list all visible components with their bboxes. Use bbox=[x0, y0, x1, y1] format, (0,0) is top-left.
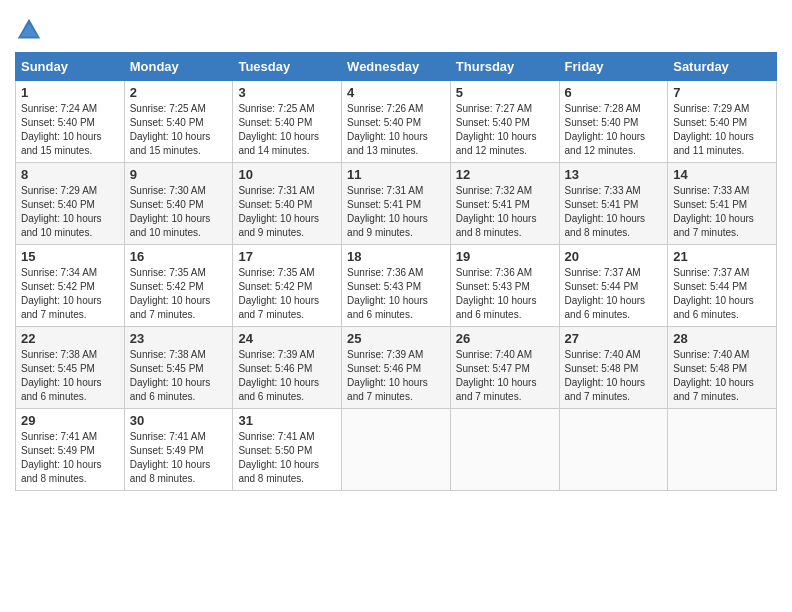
day-info: Sunrise: 7:34 AMSunset: 5:42 PMDaylight:… bbox=[21, 267, 102, 320]
day-number: 24 bbox=[238, 331, 336, 346]
day-number: 17 bbox=[238, 249, 336, 264]
calendar-day-cell: 30 Sunrise: 7:41 AMSunset: 5:49 PMDaylig… bbox=[124, 409, 233, 491]
calendar-week-row: 8 Sunrise: 7:29 AMSunset: 5:40 PMDayligh… bbox=[16, 163, 777, 245]
day-number: 29 bbox=[21, 413, 119, 428]
calendar-day-cell: 3 Sunrise: 7:25 AMSunset: 5:40 PMDayligh… bbox=[233, 81, 342, 163]
col-header-friday: Friday bbox=[559, 53, 668, 81]
day-info: Sunrise: 7:36 AMSunset: 5:43 PMDaylight:… bbox=[347, 267, 428, 320]
day-number: 4 bbox=[347, 85, 445, 100]
day-number: 5 bbox=[456, 85, 554, 100]
calendar-day-cell: 9 Sunrise: 7:30 AMSunset: 5:40 PMDayligh… bbox=[124, 163, 233, 245]
day-number: 31 bbox=[238, 413, 336, 428]
day-info: Sunrise: 7:27 AMSunset: 5:40 PMDaylight:… bbox=[456, 103, 537, 156]
day-number: 25 bbox=[347, 331, 445, 346]
calendar-day-cell: 7 Sunrise: 7:29 AMSunset: 5:40 PMDayligh… bbox=[668, 81, 777, 163]
day-info: Sunrise: 7:29 AMSunset: 5:40 PMDaylight:… bbox=[673, 103, 754, 156]
day-number: 14 bbox=[673, 167, 771, 182]
day-number: 19 bbox=[456, 249, 554, 264]
calendar-day-cell: 31 Sunrise: 7:41 AMSunset: 5:50 PMDaylig… bbox=[233, 409, 342, 491]
day-info: Sunrise: 7:31 AMSunset: 5:40 PMDaylight:… bbox=[238, 185, 319, 238]
col-header-saturday: Saturday bbox=[668, 53, 777, 81]
calendar-day-cell: 19 Sunrise: 7:36 AMSunset: 5:43 PMDaylig… bbox=[450, 245, 559, 327]
calendar-day-cell bbox=[450, 409, 559, 491]
day-number: 6 bbox=[565, 85, 663, 100]
day-number: 30 bbox=[130, 413, 228, 428]
day-info: Sunrise: 7:31 AMSunset: 5:41 PMDaylight:… bbox=[347, 185, 428, 238]
calendar-day-cell: 16 Sunrise: 7:35 AMSunset: 5:42 PMDaylig… bbox=[124, 245, 233, 327]
day-number: 7 bbox=[673, 85, 771, 100]
day-number: 13 bbox=[565, 167, 663, 182]
calendar-day-cell: 15 Sunrise: 7:34 AMSunset: 5:42 PMDaylig… bbox=[16, 245, 125, 327]
col-header-sunday: Sunday bbox=[16, 53, 125, 81]
calendar-day-cell: 22 Sunrise: 7:38 AMSunset: 5:45 PMDaylig… bbox=[16, 327, 125, 409]
day-number: 3 bbox=[238, 85, 336, 100]
day-info: Sunrise: 7:38 AMSunset: 5:45 PMDaylight:… bbox=[130, 349, 211, 402]
day-info: Sunrise: 7:40 AMSunset: 5:47 PMDaylight:… bbox=[456, 349, 537, 402]
calendar-day-cell: 4 Sunrise: 7:26 AMSunset: 5:40 PMDayligh… bbox=[342, 81, 451, 163]
day-info: Sunrise: 7:33 AMSunset: 5:41 PMDaylight:… bbox=[565, 185, 646, 238]
day-info: Sunrise: 7:41 AMSunset: 5:49 PMDaylight:… bbox=[130, 431, 211, 484]
day-info: Sunrise: 7:33 AMSunset: 5:41 PMDaylight:… bbox=[673, 185, 754, 238]
calendar-day-cell: 13 Sunrise: 7:33 AMSunset: 5:41 PMDaylig… bbox=[559, 163, 668, 245]
calendar-day-cell: 27 Sunrise: 7:40 AMSunset: 5:48 PMDaylig… bbox=[559, 327, 668, 409]
day-number: 2 bbox=[130, 85, 228, 100]
calendar-day-cell: 11 Sunrise: 7:31 AMSunset: 5:41 PMDaylig… bbox=[342, 163, 451, 245]
calendar-day-cell: 12 Sunrise: 7:32 AMSunset: 5:41 PMDaylig… bbox=[450, 163, 559, 245]
day-number: 23 bbox=[130, 331, 228, 346]
day-number: 26 bbox=[456, 331, 554, 346]
calendar-day-cell: 8 Sunrise: 7:29 AMSunset: 5:40 PMDayligh… bbox=[16, 163, 125, 245]
day-info: Sunrise: 7:32 AMSunset: 5:41 PMDaylight:… bbox=[456, 185, 537, 238]
day-number: 18 bbox=[347, 249, 445, 264]
day-number: 15 bbox=[21, 249, 119, 264]
day-info: Sunrise: 7:41 AMSunset: 5:49 PMDaylight:… bbox=[21, 431, 102, 484]
day-info: Sunrise: 7:39 AMSunset: 5:46 PMDaylight:… bbox=[347, 349, 428, 402]
day-number: 9 bbox=[130, 167, 228, 182]
calendar-table: SundayMondayTuesdayWednesdayThursdayFrid… bbox=[15, 52, 777, 491]
calendar-day-cell: 23 Sunrise: 7:38 AMSunset: 5:45 PMDaylig… bbox=[124, 327, 233, 409]
col-header-thursday: Thursday bbox=[450, 53, 559, 81]
day-info: Sunrise: 7:35 AMSunset: 5:42 PMDaylight:… bbox=[238, 267, 319, 320]
calendar-day-cell: 5 Sunrise: 7:27 AMSunset: 5:40 PMDayligh… bbox=[450, 81, 559, 163]
calendar-day-cell: 24 Sunrise: 7:39 AMSunset: 5:46 PMDaylig… bbox=[233, 327, 342, 409]
day-info: Sunrise: 7:39 AMSunset: 5:46 PMDaylight:… bbox=[238, 349, 319, 402]
day-number: 27 bbox=[565, 331, 663, 346]
day-info: Sunrise: 7:37 AMSunset: 5:44 PMDaylight:… bbox=[673, 267, 754, 320]
calendar-day-cell bbox=[668, 409, 777, 491]
day-number: 21 bbox=[673, 249, 771, 264]
day-info: Sunrise: 7:26 AMSunset: 5:40 PMDaylight:… bbox=[347, 103, 428, 156]
calendar-day-cell: 6 Sunrise: 7:28 AMSunset: 5:40 PMDayligh… bbox=[559, 81, 668, 163]
day-number: 1 bbox=[21, 85, 119, 100]
day-info: Sunrise: 7:40 AMSunset: 5:48 PMDaylight:… bbox=[565, 349, 646, 402]
day-info: Sunrise: 7:24 AMSunset: 5:40 PMDaylight:… bbox=[21, 103, 102, 156]
calendar-day-cell: 29 Sunrise: 7:41 AMSunset: 5:49 PMDaylig… bbox=[16, 409, 125, 491]
calendar-day-cell: 1 Sunrise: 7:24 AMSunset: 5:40 PMDayligh… bbox=[16, 81, 125, 163]
day-info: Sunrise: 7:38 AMSunset: 5:45 PMDaylight:… bbox=[21, 349, 102, 402]
calendar-week-row: 15 Sunrise: 7:34 AMSunset: 5:42 PMDaylig… bbox=[16, 245, 777, 327]
calendar-day-cell: 20 Sunrise: 7:37 AMSunset: 5:44 PMDaylig… bbox=[559, 245, 668, 327]
calendar-header-row: SundayMondayTuesdayWednesdayThursdayFrid… bbox=[16, 53, 777, 81]
day-info: Sunrise: 7:41 AMSunset: 5:50 PMDaylight:… bbox=[238, 431, 319, 484]
day-number: 8 bbox=[21, 167, 119, 182]
day-number: 28 bbox=[673, 331, 771, 346]
day-info: Sunrise: 7:28 AMSunset: 5:40 PMDaylight:… bbox=[565, 103, 646, 156]
day-info: Sunrise: 7:40 AMSunset: 5:48 PMDaylight:… bbox=[673, 349, 754, 402]
calendar-day-cell: 10 Sunrise: 7:31 AMSunset: 5:40 PMDaylig… bbox=[233, 163, 342, 245]
logo-icon bbox=[15, 16, 43, 44]
calendar-day-cell: 21 Sunrise: 7:37 AMSunset: 5:44 PMDaylig… bbox=[668, 245, 777, 327]
day-number: 22 bbox=[21, 331, 119, 346]
calendar-day-cell: 28 Sunrise: 7:40 AMSunset: 5:48 PMDaylig… bbox=[668, 327, 777, 409]
calendar-day-cell: 2 Sunrise: 7:25 AMSunset: 5:40 PMDayligh… bbox=[124, 81, 233, 163]
col-header-tuesday: Tuesday bbox=[233, 53, 342, 81]
day-number: 12 bbox=[456, 167, 554, 182]
day-info: Sunrise: 7:25 AMSunset: 5:40 PMDaylight:… bbox=[130, 103, 211, 156]
day-number: 16 bbox=[130, 249, 228, 264]
day-info: Sunrise: 7:35 AMSunset: 5:42 PMDaylight:… bbox=[130, 267, 211, 320]
calendar-day-cell: 17 Sunrise: 7:35 AMSunset: 5:42 PMDaylig… bbox=[233, 245, 342, 327]
logo bbox=[15, 16, 47, 44]
calendar-week-row: 29 Sunrise: 7:41 AMSunset: 5:49 PMDaylig… bbox=[16, 409, 777, 491]
day-info: Sunrise: 7:37 AMSunset: 5:44 PMDaylight:… bbox=[565, 267, 646, 320]
calendar-day-cell: 26 Sunrise: 7:40 AMSunset: 5:47 PMDaylig… bbox=[450, 327, 559, 409]
calendar-day-cell: 18 Sunrise: 7:36 AMSunset: 5:43 PMDaylig… bbox=[342, 245, 451, 327]
col-header-monday: Monday bbox=[124, 53, 233, 81]
day-info: Sunrise: 7:36 AMSunset: 5:43 PMDaylight:… bbox=[456, 267, 537, 320]
